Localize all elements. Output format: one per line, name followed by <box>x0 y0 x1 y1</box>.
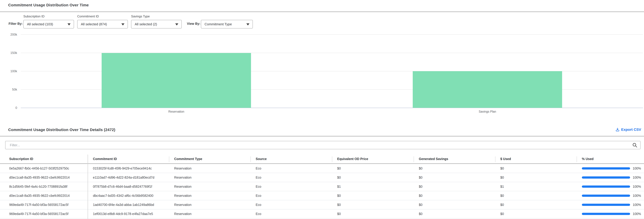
cell-generated-savings: $0 <box>414 176 495 179</box>
download-icon <box>616 128 620 132</box>
cell-equivalent-od-price: $1 <box>332 185 414 188</box>
filter-dropdown-label: Commitment ID <box>77 15 128 19</box>
bar-savings-plan[interactable] <box>413 71 562 108</box>
cell-commitment-id: 1ad40700-6f4e-4a3d-abba-1ab1249a86bd <box>88 203 169 207</box>
chevron-down-icon <box>246 23 250 26</box>
col-header-source[interactable]: Source <box>250 155 332 163</box>
col-header-commitment-id[interactable]: Commitment ID <box>88 155 169 163</box>
export-csv-label: Export CSV <box>621 128 641 132</box>
pinned-column-divider <box>88 155 88 219</box>
col-header-generated-savings[interactable]: Generated Savings <box>414 155 495 163</box>
y-axis-tick-label: 0 <box>2 106 17 110</box>
cell-commitment-type: Reservation <box>169 194 250 197</box>
table-filter <box>5 141 640 149</box>
pct-used-value: 100% <box>633 185 641 188</box>
search-icon <box>632 142 638 148</box>
col-header-commitment-type[interactable]: Commitment Type <box>169 155 250 163</box>
bar-reservation[interactable] <box>102 53 251 108</box>
cell-generated-savings: $0 <box>414 185 495 188</box>
usage-progress-bar <box>582 176 630 179</box>
cell-equivalent-od-price: $0 <box>332 166 414 170</box>
view-by-value: Commitment Type <box>204 22 232 26</box>
section-divider-2 <box>0 136 644 136</box>
cell-commitment-type: Reservation <box>169 203 250 207</box>
cell-equivalent-od-price: $0 <box>332 194 414 197</box>
cell-commitment-id: 0f7875b8-d7c6-46d4-baa8-d58247769f1f <box>88 185 169 188</box>
cell-pct-used: 100% <box>577 185 644 188</box>
col-header-equivalent-od-price[interactable]: Equivalent OD Price <box>332 155 414 163</box>
cell-subscription-id: 8c1d5645-5fef-4a4c-b120-7708891fa38f <box>0 185 88 188</box>
y-axis-tick-label: 200k <box>2 33 17 36</box>
cell-source: Eco <box>250 176 332 179</box>
cell-commitment-id: e1110ad7-4d96-4d22-824a-d181a80ecd7d <box>88 176 169 179</box>
y-axis-tick-label: 100k <box>2 69 17 73</box>
filter-by-label: Filter By: <box>8 22 22 26</box>
cell-source: Eco <box>250 203 332 207</box>
cell-source: Eco <box>250 194 332 197</box>
view-by-dropdown[interactable]: Commitment Type <box>201 20 253 29</box>
grid-line <box>21 35 643 35</box>
view-by-group: Commitment Type <box>201 20 253 29</box>
chart-section-title: Commitment Usage Distribution Over Time <box>8 3 89 7</box>
usage-progress-fill <box>582 167 630 169</box>
filter-dropdown-savings-type[interactable]: All selected (2) <box>131 20 182 29</box>
col-header-used[interactable]: $ Used <box>495 155 577 163</box>
cell-dollar-used: $0 <box>495 166 577 170</box>
filter-dropdown-value: All selected (103) <box>27 22 53 26</box>
table-filter-input[interactable] <box>5 141 640 149</box>
pct-used-value: 100% <box>633 166 641 170</box>
filter-dropdown-group: Subscription ID All selected (103) <box>23 15 74 29</box>
col-header-used[interactable]: % Used <box>577 155 644 163</box>
cell-source: Eco <box>250 212 332 216</box>
cell-commitment-type: Reservation <box>169 166 250 170</box>
filter-dropdown-commitment-id[interactable]: All selected (874) <box>77 20 128 29</box>
pct-used-value: 100% <box>633 212 641 216</box>
cell-commitment-type: Reservation <box>169 212 250 216</box>
cell-pct-used: 100% <box>577 176 644 179</box>
col-header-subscription-id[interactable]: Subscription ID <box>0 155 88 163</box>
usage-progress-bar <box>582 204 630 206</box>
x-axis-category-label: Savings Plan <box>479 110 496 113</box>
view-by-label: View By: <box>187 22 200 26</box>
details-section-title: Commitment Usage Distribution Over Time … <box>8 128 115 132</box>
cell-generated-savings: $0 <box>414 166 495 170</box>
cell-pct-used: 100% <box>577 194 644 197</box>
filter-dropdown-value: All selected (2) <box>135 22 157 26</box>
table-header-row: Subscription IDCommitment IDCommitment T… <box>0 155 644 164</box>
y-axis-tick-label: 50k <box>2 88 17 91</box>
usage-progress-fill <box>582 204 630 206</box>
details-table: Subscription IDCommitment IDCommitment T… <box>0 155 644 218</box>
table-row: 0e5a2667-fb0c-4456-b127-503f2529750c 015… <box>0 164 644 173</box>
usage-progress-bar <box>582 194 630 197</box>
dashboard-page: Commitment Usage Distribution Over Time … <box>0 0 644 219</box>
table-row: 969eda49-717f-4a50-bf3a-56558172ac5f 1ad… <box>0 200 644 209</box>
usage-progress-fill <box>582 213 630 215</box>
cell-generated-savings: $0 <box>414 203 495 207</box>
cell-commitment-type: Reservation <box>169 185 250 188</box>
chevron-down-icon <box>175 23 178 26</box>
cell-pct-used: 100% <box>577 166 644 170</box>
filter-dropdown-subscription-id[interactable]: All selected (103) <box>23 20 74 29</box>
cell-source: Eco <box>250 166 332 170</box>
cell-subscription-id: d0ec1ca8-8a35-4935-9622-cbefc9922014 <box>0 176 88 179</box>
cell-commitment-type: Reservation <box>169 176 250 179</box>
cell-dollar-used: $0 <box>495 176 577 179</box>
cell-dollar-used: $0 <box>495 194 577 197</box>
filter-dropdown-label: Savings Type <box>131 15 182 19</box>
filter-dropdown-label: Subscription ID <box>23 15 74 19</box>
cell-dollar-used: $0 <box>495 212 577 216</box>
pct-used-value: 100% <box>633 194 641 197</box>
pct-used-value: 100% <box>633 176 641 179</box>
chevron-down-icon <box>121 23 124 26</box>
cell-subscription-id: 0e5a2667-fb0c-4456-b127-503f2529750c <box>0 166 88 170</box>
cell-equivalent-od-price: $0 <box>332 203 414 207</box>
filter-dropdown-value: All selected (874) <box>81 22 107 26</box>
filter-dropdown-group: Savings Type All selected (2) <box>131 15 182 29</box>
cell-equivalent-od-price: $0 <box>332 176 414 179</box>
cell-commitment-id: 1ef0013d-e8b8-4dc9-9178-e4fa27daa7e5 <box>88 212 169 216</box>
usage-progress-bar <box>582 167 630 169</box>
export-csv-button[interactable]: Export CSV <box>616 128 641 132</box>
usage-progress-bar <box>582 185 630 188</box>
cell-generated-savings: $0 <box>414 194 495 197</box>
cell-commitment-id: 0153025f-fcd8-45f6-9429-e705ece9414c <box>88 166 169 170</box>
